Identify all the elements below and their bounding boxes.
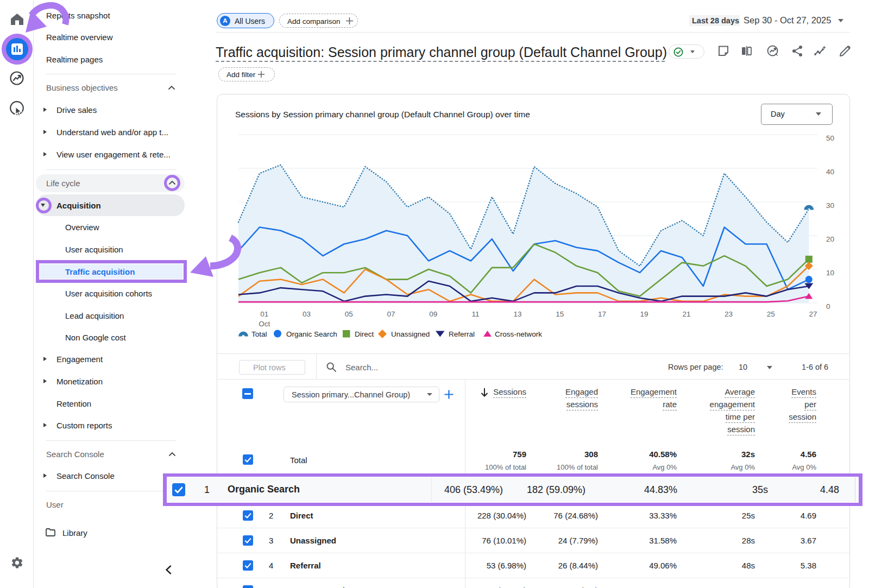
svg-text:09: 09 (429, 310, 437, 318)
svg-text:10: 10 (826, 269, 834, 277)
svg-text:0: 0 (826, 302, 830, 311)
svg-text:27: 27 (809, 310, 817, 318)
svg-text:Cross-network: Cross-network (495, 330, 542, 338)
svg-text:03: 03 (303, 310, 311, 318)
svg-text:11: 11 (471, 310, 479, 318)
svg-text:Referral: Referral (449, 330, 475, 338)
svg-text:Oct: Oct (259, 320, 270, 328)
svg-text:15: 15 (556, 310, 564, 318)
svg-text:07: 07 (387, 310, 395, 318)
svg-text:40: 40 (826, 168, 834, 176)
svg-text:25: 25 (767, 310, 775, 318)
svg-text:17: 17 (598, 310, 606, 318)
svg-text:50: 50 (826, 134, 834, 142)
svg-text:Organic Search: Organic Search (286, 330, 337, 338)
svg-text:30: 30 (826, 201, 834, 210)
svg-text:01: 01 (260, 310, 268, 318)
svg-text:Direct: Direct (355, 330, 374, 338)
svg-text:21: 21 (682, 310, 690, 318)
svg-text:Total: Total (251, 330, 267, 338)
svg-text:19: 19 (640, 310, 648, 318)
svg-text:13: 13 (513, 310, 521, 318)
svg-text:Unassigned: Unassigned (391, 330, 430, 338)
svg-text:23: 23 (725, 310, 733, 318)
svg-text:05: 05 (345, 310, 353, 318)
svg-text:20: 20 (826, 235, 834, 243)
